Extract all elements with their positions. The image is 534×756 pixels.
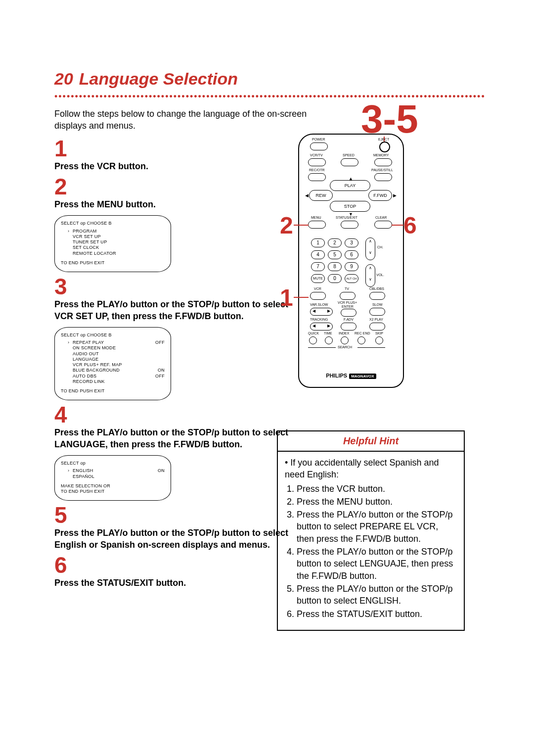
vcrtv-button[interactable] bbox=[308, 158, 326, 166]
page-title: Language Selection bbox=[79, 69, 238, 89]
screen-b-row: AUTO DBSOFF bbox=[68, 374, 165, 379]
label-index: INDEX bbox=[339, 331, 349, 335]
hint-item: Press the PLAY/o button or the STOP/p bu… bbox=[297, 583, 457, 607]
time-button[interactable] bbox=[325, 336, 333, 344]
label-fadv: F.ADV bbox=[344, 318, 354, 321]
label-ch: CH. bbox=[377, 245, 383, 249]
step-4-text: Press the PLAY/o button or the STOP/p bu… bbox=[54, 427, 292, 450]
label-time: TIME bbox=[324, 331, 332, 335]
label-vol: VOL. bbox=[376, 273, 384, 277]
screen-b: SELECT op CHOOSE B ›REPEAT PLAYOFF ON SC… bbox=[54, 327, 171, 401]
label-pause: PAUSE/STILL bbox=[371, 168, 393, 172]
callout-1: 1 bbox=[280, 284, 293, 311]
channel-rocker[interactable]: ∧∨ bbox=[365, 237, 375, 260]
speed-button[interactable] bbox=[341, 158, 358, 166]
recotr-button[interactable] bbox=[308, 173, 326, 181]
varslow-button[interactable]: ◀▶ bbox=[310, 308, 333, 316]
step-5-text: Press the PLAY/o button or the STOP/p bu… bbox=[54, 527, 292, 551]
volume-rocker[interactable]: ∧∨ bbox=[365, 264, 375, 287]
vcr-button[interactable] bbox=[310, 292, 326, 300]
fadv-button[interactable] bbox=[341, 323, 356, 331]
screen-a-item: TUNER SET UP bbox=[68, 239, 165, 245]
num-9-button[interactable]: 9 bbox=[345, 262, 358, 271]
x2play-button[interactable] bbox=[369, 323, 385, 331]
label-status: STATUS/EXIT bbox=[336, 216, 357, 219]
skip-button[interactable] bbox=[375, 336, 383, 344]
clear-button[interactable] bbox=[374, 221, 392, 229]
num-6-button[interactable]: 6 bbox=[345, 250, 358, 259]
search-line-left bbox=[308, 347, 336, 348]
callout-line bbox=[294, 297, 309, 298]
screen-c: SELECT op ›ENGLISHON ESPAÑOL MAKE SELECT… bbox=[54, 455, 171, 501]
tv-button[interactable] bbox=[340, 292, 356, 300]
index-button[interactable] bbox=[341, 336, 349, 344]
num-2-button[interactable]: 2 bbox=[328, 238, 342, 247]
hint-item: Press the VCR button. bbox=[297, 483, 457, 495]
label-recend: REC END bbox=[355, 331, 370, 335]
screen-a-item: REMOTE LOCATOR bbox=[68, 251, 165, 256]
label-slow: SLOW bbox=[372, 303, 383, 306]
hint-item: Press the PLAY/o button or the STOP/p bu… bbox=[297, 546, 457, 582]
ffwd-button[interactable]: F.FWD bbox=[368, 190, 392, 201]
enter-button[interactable] bbox=[341, 309, 356, 317]
screen-a: SELECT op CHOOSE B ›PROGRAM VCR SET UP T… bbox=[54, 215, 171, 272]
num-8-button[interactable]: 8 bbox=[328, 262, 342, 271]
label-recotr: REC/OTR bbox=[309, 168, 325, 172]
step-1-number: 1 bbox=[54, 137, 292, 160]
recend-button[interactable] bbox=[357, 336, 365, 344]
num-1-button[interactable]: 1 bbox=[311, 238, 325, 247]
callout-6: 6 bbox=[403, 212, 417, 239]
label-tracking: TRACKING bbox=[310, 318, 328, 321]
cbldbs-button[interactable] bbox=[369, 292, 385, 300]
screen-a-header: SELECT op CHOOSE B bbox=[61, 221, 165, 226]
hint-item: Press the MENU button. bbox=[297, 496, 457, 508]
num-7-button[interactable]: 7 bbox=[311, 262, 325, 271]
num-4-button[interactable]: 4 bbox=[311, 250, 325, 259]
screen-b-row: VCR PLUS+ REF. MAP bbox=[68, 362, 165, 368]
screen-a-footer: TO END PUSH EXIT bbox=[61, 260, 165, 266]
num-5-button[interactable]: 5 bbox=[328, 250, 342, 259]
rew-button[interactable]: REW bbox=[309, 190, 333, 201]
screen-b-footer: TO END PUSH EXIT bbox=[61, 388, 165, 394]
step-2-text: Press the MENU button. bbox=[54, 199, 292, 210]
step-4-number: 4 bbox=[54, 403, 292, 426]
label-search: SEARCH bbox=[338, 345, 352, 349]
num-3-button[interactable]: 3 bbox=[345, 238, 358, 247]
screen-c-row: ESPAÑOL bbox=[68, 474, 165, 479]
menu-button[interactable] bbox=[308, 221, 326, 229]
step-5-number: 5 bbox=[54, 504, 292, 526]
power-button[interactable] bbox=[310, 142, 328, 150]
screen-b-row: BLUE BACKGROUNDON bbox=[68, 368, 165, 373]
tracking-button[interactable]: ◀▶ bbox=[310, 323, 333, 331]
label-clear: CLEAR bbox=[375, 216, 387, 219]
label-speed: SPEED bbox=[343, 153, 355, 157]
altch-button[interactable]: ALT CH bbox=[345, 274, 358, 283]
label-cbldbs: CBL/DBS bbox=[369, 287, 384, 290]
screen-b-row: ON SCREEN MODE bbox=[68, 345, 165, 351]
screen-a-item: ›PROGRAM bbox=[68, 229, 165, 234]
slow-button[interactable] bbox=[369, 308, 385, 316]
label-enter: ENTER bbox=[342, 305, 354, 308]
step-3-text: Press the PLAY/o button or the STOP/p bu… bbox=[54, 299, 292, 322]
label-x2play: X2 PLAY bbox=[369, 318, 383, 321]
quick-button[interactable] bbox=[309, 336, 317, 344]
memory-button[interactable] bbox=[374, 158, 392, 166]
stop-button[interactable]: STOP bbox=[330, 201, 370, 212]
screen-c-footer1: MAKE SELECTION OR bbox=[61, 483, 165, 489]
step-6-number: 6 bbox=[54, 554, 292, 576]
num-0-button[interactable]: 0 bbox=[328, 274, 342, 283]
play-button[interactable]: PLAY bbox=[330, 180, 370, 191]
status-exit-button[interactable] bbox=[341, 221, 358, 229]
label-quick: QUICK bbox=[308, 331, 319, 335]
callout-2: 2 bbox=[280, 212, 293, 239]
mute-button[interactable]: MUTE bbox=[311, 274, 325, 283]
label-menu: MENU bbox=[311, 216, 321, 219]
pause-button[interactable] bbox=[374, 173, 392, 181]
label-vcrplus: VCR PLUS+ bbox=[338, 301, 357, 304]
screen-c-row: ›ENGLISHON bbox=[68, 468, 165, 473]
separator-dots: ••••••••••••••••••••••••••••••••••••••••… bbox=[54, 92, 485, 102]
screen-a-item: VCR SET UP bbox=[68, 234, 165, 239]
hint-lead: • If you accidentally select Spanish and… bbox=[285, 457, 457, 481]
eject-button[interactable] bbox=[379, 142, 390, 152]
remote-diagram: POWER EJECT VCR/TV SPEED MEMORY REC/OTR … bbox=[287, 134, 415, 388]
